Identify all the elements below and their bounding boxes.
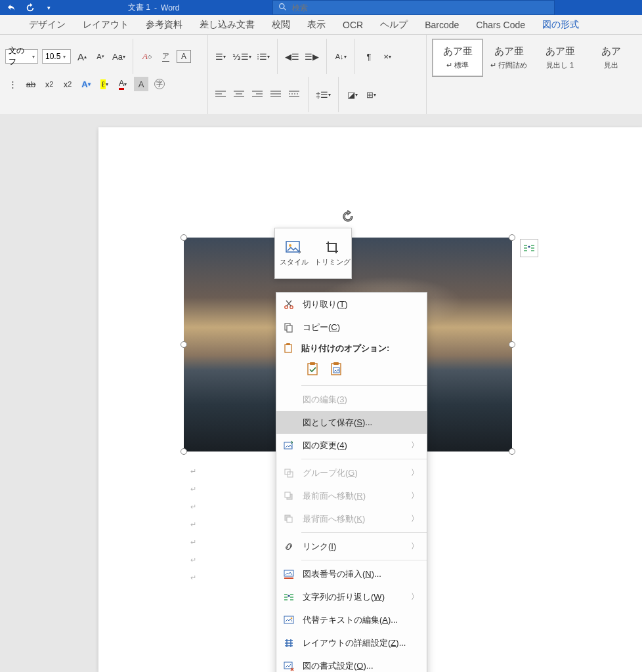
submenu-arrow-icon: 〉 xyxy=(411,513,419,524)
align-left-icon[interactable] xyxy=(213,87,228,102)
align-center-icon[interactable] xyxy=(232,87,246,102)
ctx-text-wrapping[interactable]: 文字列の折り返し(W) 〉 xyxy=(276,585,427,608)
justify-icon[interactable] xyxy=(268,87,283,102)
distribute-icon[interactable] xyxy=(287,87,301,102)
character-border-icon[interactable]: A xyxy=(177,50,191,63)
tab-help[interactable]: ヘルプ xyxy=(372,16,416,33)
strikethrough-icon[interactable]: ab xyxy=(24,77,38,91)
wrap-text-icon xyxy=(283,591,295,603)
font-color-icon[interactable]: A▾ xyxy=(116,77,130,91)
text-effects-icon[interactable]: A▾ xyxy=(79,77,93,91)
decrease-font-icon[interactable]: A▾ xyxy=(93,49,108,64)
ctx-edit-alt-text[interactable]: 代替テキストの編集(A)... xyxy=(276,608,427,631)
layout-options-button[interactable] xyxy=(520,239,538,257)
asian-layout-icon[interactable]: ✕▾ xyxy=(380,49,395,64)
bring-front-icon xyxy=(283,490,295,502)
paste-option-picture[interactable] xyxy=(328,360,346,378)
ctx-format-picture[interactable]: 図の書式設定(O)... xyxy=(276,654,427,672)
ctx-link[interactable]: リンク(I) 〉 xyxy=(276,535,427,558)
ctx-cut[interactable]: 切り取り(T) xyxy=(276,293,427,316)
resize-handle-bl[interactable] xyxy=(181,448,187,455)
ctx-separator xyxy=(301,532,427,533)
change-case-icon[interactable]: Aa▾ xyxy=(112,49,126,64)
clear-formatting-icon[interactable]: A◇ xyxy=(140,49,154,64)
tab-references[interactable]: 参考資料 xyxy=(138,16,190,33)
submenu-arrow-icon: 〉 xyxy=(411,467,419,478)
ctx-insert-caption[interactable]: 図表番号の挿入(N)... xyxy=(276,562,427,585)
alt-text-icon xyxy=(283,614,295,626)
undo-icon[interactable] xyxy=(7,3,17,13)
ctx-paste-options-header: 貼り付けのオプション: xyxy=(276,339,427,358)
svg-rect-28 xyxy=(333,362,339,365)
style-no-spacing[interactable]: あア亜 ↵ 行間詰め xyxy=(483,39,534,77)
phonetic-guide-icon[interactable]: ア xyxy=(158,49,173,64)
borders-icon[interactable]: ⊞▾ xyxy=(364,87,378,102)
tab-ocr[interactable]: OCR xyxy=(335,17,371,33)
send-back-icon xyxy=(283,513,295,525)
align-right-icon[interactable] xyxy=(250,87,265,102)
paste-option-keep-source[interactable] xyxy=(304,360,322,378)
enclose-characters-icon[interactable]: 字 xyxy=(152,77,167,91)
tab-mailings[interactable]: 差し込み文書 xyxy=(192,16,263,33)
tab-view[interactable]: 表示 xyxy=(299,16,333,33)
ctx-copy[interactable]: コピー(C) xyxy=(276,316,427,339)
resize-handle-br[interactable] xyxy=(509,448,515,455)
submenu-arrow-icon: 〉 xyxy=(411,591,419,602)
tab-layout[interactable]: レイアウト xyxy=(75,16,137,33)
mini-toolbar: スタイル トリミング xyxy=(274,228,352,279)
resize-handle-mr[interactable] xyxy=(509,341,515,348)
svg-rect-23 xyxy=(285,345,291,352)
bold-icon[interactable]: ⋮ xyxy=(5,77,20,91)
tab-barcode[interactable]: Barcode xyxy=(417,17,467,33)
tab-chars-code[interactable]: Chars Code xyxy=(468,17,533,33)
svg-rect-36 xyxy=(287,517,292,522)
character-shading-icon[interactable]: A xyxy=(134,77,148,91)
redo-icon[interactable] xyxy=(25,3,35,13)
shading-icon[interactable]: ◪▾ xyxy=(345,87,360,102)
style-normal[interactable]: あア亜 ↵ 標準 xyxy=(432,39,483,77)
qat-customize-icon[interactable]: ▾ xyxy=(43,3,54,13)
format-picture-icon xyxy=(283,660,295,672)
resize-handle-ml[interactable] xyxy=(181,341,187,348)
sort-icon[interactable]: A↓▾ xyxy=(333,49,348,64)
mini-crop[interactable]: トリミング xyxy=(313,228,351,278)
increase-indent-icon[interactable]: ☰▶ xyxy=(304,49,320,64)
tab-picture-format[interactable]: 図の形式 xyxy=(534,16,587,33)
ctx-save-as-picture[interactable]: 図として保存(S)... xyxy=(276,411,427,434)
search-bar[interactable] xyxy=(272,0,555,15)
cut-icon xyxy=(283,299,295,310)
mini-picture-styles[interactable]: スタイル xyxy=(275,228,313,278)
font-size-select[interactable]: 10.5▾ xyxy=(42,49,71,64)
superscript-icon[interactable]: x2 xyxy=(60,77,75,91)
ctx-change-picture[interactable]: 図の変更(4) 〉 xyxy=(276,434,427,457)
svg-point-18 xyxy=(289,244,291,247)
font-name-select[interactable]: 文のフ▾ xyxy=(5,49,38,64)
ctx-size-position[interactable]: レイアウトの詳細設定(Z)... xyxy=(276,631,427,654)
svg-rect-41 xyxy=(284,662,292,669)
title-bar: ▾ 文書 1 - Word xyxy=(0,0,642,15)
highlight-icon[interactable]: ℓ▾ xyxy=(97,77,112,91)
line-spacing-icon[interactable]: ‡☰▾ xyxy=(315,87,332,102)
rotate-handle[interactable] xyxy=(341,210,354,223)
style-heading-partial[interactable]: あア 見出 xyxy=(586,39,637,77)
subscript-icon[interactable]: x2 xyxy=(42,77,56,91)
search-input[interactable] xyxy=(292,3,549,12)
style-heading1[interactable]: あア亜 見出し 1 xyxy=(534,39,586,77)
tab-design[interactable]: デザイン xyxy=(21,16,74,33)
tab-home-partial[interactable] xyxy=(4,22,20,28)
numbering-icon[interactable]: ⅓☰▾ xyxy=(232,49,252,64)
ctx-bring-to-front: 最前面へ移動(R) 〉 xyxy=(276,484,427,507)
multilevel-list-icon[interactable]: ⁝☰▾ xyxy=(256,49,270,64)
bullets-icon[interactable]: ☰▾ xyxy=(213,49,228,64)
svg-rect-34 xyxy=(285,492,290,497)
svg-rect-37 xyxy=(284,570,293,576)
decrease-indent-icon[interactable]: ◀☰ xyxy=(284,49,300,64)
show-marks-icon[interactable]: ¶ xyxy=(362,49,376,64)
increase-font-icon[interactable]: A▴ xyxy=(75,49,89,64)
ribbon-tabs: デザイン レイアウト 参考資料 差し込み文書 校閲 表示 OCR ヘルプ Bar… xyxy=(0,15,642,35)
resize-handle-tr[interactable] xyxy=(509,234,515,241)
tab-review[interactable]: 校閲 xyxy=(264,16,298,33)
ctx-group: グループ化(G) 〉 xyxy=(276,461,427,484)
submenu-arrow-icon: 〉 xyxy=(411,490,419,501)
resize-handle-tl[interactable] xyxy=(181,234,187,241)
